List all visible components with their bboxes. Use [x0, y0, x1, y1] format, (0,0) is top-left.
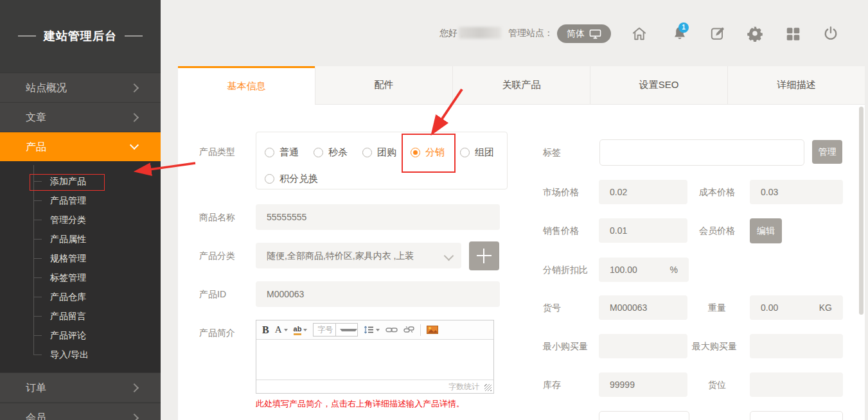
tab-seo[interactable]: 设置SEO: [590, 66, 727, 105]
tab-bar: 基本信息 配件 关联产品 设置SEO 详细描述: [178, 66, 865, 105]
sale-price-label: 销售价格: [543, 218, 579, 244]
location-label: 货位: [687, 372, 747, 397]
edit-member-price-button[interactable]: 编辑: [750, 218, 782, 243]
chevron-down-icon: [130, 141, 139, 150]
apps-grid-icon[interactable]: [784, 25, 801, 42]
sidebar-item-label: 会员: [0, 412, 46, 420]
submenu-category-manage[interactable]: 管理分类: [50, 210, 153, 229]
link-icon[interactable]: [385, 326, 398, 333]
compose-icon[interactable]: [709, 25, 726, 42]
submenu-spec-manage[interactable]: 规格管理: [50, 249, 153, 268]
tab-basic-info[interactable]: 基本信息: [178, 66, 315, 105]
radio-icon: [265, 148, 274, 157]
weight-input[interactable]: 0.00 KG: [750, 295, 843, 320]
radio-icon: [362, 148, 372, 157]
sidebar-item-label: 订单: [0, 382, 46, 393]
product-category-select[interactable]: 随便,全部商品,特价区,家具内衣 ,上装: [256, 243, 461, 268]
chevron-right-icon: [130, 383, 139, 392]
sidebar-item-label: 产品: [0, 141, 46, 152]
submenu-tag-manage[interactable]: 标签管理: [50, 268, 153, 287]
stock-input[interactable]: 99999: [599, 372, 687, 397]
username-redacted: [459, 27, 501, 39]
word-count-label: 字数统计: [448, 381, 479, 392]
product-id-input[interactable]: M000063: [256, 281, 500, 307]
product-name-input[interactable]: 55555555: [256, 204, 500, 230]
next-row-input-left[interactable]: [599, 411, 689, 420]
tree-line: [33, 165, 34, 354]
app-title: 建站管理后台: [0, 28, 161, 44]
radio-points-exchange[interactable]: 积分兑换: [265, 172, 318, 185]
sidebar: 建站管理后台 站点概况 文章 产品 添加产品 产品管理 管理分类 产品属性 规格…: [0, 0, 161, 420]
radio-seckill[interactable]: 秒杀: [314, 146, 348, 159]
insert-image-icon[interactable]: [427, 326, 438, 334]
tab-detail-desc[interactable]: 详细描述: [727, 66, 865, 105]
tags-label: 标签: [543, 139, 561, 165]
product-id-label: 产品ID: [199, 281, 226, 307]
radio-icon: [314, 148, 323, 157]
submenu-import-export[interactable]: 导入/导出: [50, 345, 153, 364]
sidebar-item-members[interactable]: 会员: [0, 403, 161, 420]
submenu-product-reviews[interactable]: 产品评论: [50, 326, 153, 345]
max-purchase-label: 最大购买量: [682, 334, 747, 358]
font-color-button[interactable]: A: [275, 324, 288, 335]
sidebar-item-site-overview[interactable]: 站点概况: [0, 73, 161, 102]
vertical-scrollbar[interactable]: [859, 107, 864, 315]
item-number-input[interactable]: M000063: [599, 295, 687, 320]
submenu-product-attrs[interactable]: 产品属性: [50, 229, 153, 249]
sidebar-item-orders[interactable]: 订单: [0, 372, 161, 402]
language-switch-button[interactable]: 简体: [557, 24, 611, 43]
select-button: [335, 324, 358, 336]
radio-groupbuy[interactable]: 团购: [362, 146, 396, 159]
radio-team[interactable]: 组团: [460, 146, 494, 159]
max-purchase-input[interactable]: [750, 334, 843, 358]
intro-helper-note: 此处填写产品简介，点击右上角详细描述输入产品详情。: [256, 398, 465, 410]
language-label: 简体: [567, 28, 585, 40]
products-submenu: 添加产品 产品管理 管理分类 产品属性 规格管理 标签管理 产品仓库 产品留言 …: [0, 161, 161, 372]
min-purchase-input[interactable]: [599, 334, 687, 358]
product-name-label: 商品名称: [199, 204, 235, 230]
sale-price-input[interactable]: 0.01: [599, 218, 687, 243]
manage-tags-button[interactable]: 管理: [812, 140, 842, 164]
home-icon[interactable]: [631, 25, 648, 42]
highlight-button[interactable]: ab: [294, 325, 308, 335]
bold-icon[interactable]: B: [262, 324, 269, 336]
next-row-input-right[interactable]: [750, 411, 843, 420]
line-height-button[interactable]: [364, 326, 380, 334]
tab-accessories[interactable]: 配件: [315, 66, 452, 105]
unlink-icon[interactable]: [403, 326, 414, 334]
add-category-button[interactable]: [469, 241, 499, 270]
rich-text-editor[interactable]: B A ab 字号: [256, 320, 494, 394]
power-icon[interactable]: [822, 25, 839, 42]
distribution-discount-input[interactable]: 100.00 %: [599, 258, 689, 282]
cost-price-input[interactable]: 0.03: [750, 180, 843, 204]
submenu-product-messages[interactable]: 产品留言: [50, 306, 153, 326]
manage-site-label: 管理站点：: [508, 28, 553, 39]
notification-badge: 1: [678, 22, 689, 33]
caret-icon: [376, 329, 380, 331]
item-number-label: 货号: [543, 295, 561, 321]
sidebar-item-label: 站点概况: [0, 82, 67, 93]
tab-related-products[interactable]: 关联产品: [452, 66, 590, 105]
market-price-input[interactable]: 0.02: [599, 180, 687, 204]
sidebar-item-articles[interactable]: 文章: [0, 102, 161, 132]
editor-content-area[interactable]: [256, 340, 493, 380]
title-dash-right: [125, 35, 143, 37]
stock-label: 库存: [543, 372, 561, 398]
min-purchase-label: 最小购买量: [543, 334, 588, 360]
tags-input[interactable]: [599, 139, 804, 166]
product-intro-label: 产品简介: [199, 320, 235, 346]
settings-gear-icon[interactable]: [747, 25, 763, 42]
editor-toolbar: B A ab 字号: [256, 320, 493, 340]
submenu-product-warehouse[interactable]: 产品仓库: [50, 287, 153, 306]
chevron-right-icon: [130, 113, 139, 122]
product-type-label: 产品类型: [199, 139, 235, 164]
distribution-discount-label: 分销折扣比: [543, 258, 588, 283]
resize-handle-icon[interactable]: [484, 384, 492, 391]
sidebar-item-products[interactable]: 产品: [0, 132, 161, 161]
radio-normal[interactable]: 普通: [265, 146, 299, 159]
submenu-product-manage[interactable]: 产品管理: [50, 191, 153, 210]
radio-icon: [460, 148, 470, 157]
font-size-select[interactable]: 字号: [313, 323, 358, 337]
editor-status-bar: 字数统计: [256, 380, 493, 393]
location-input[interactable]: [750, 372, 843, 397]
